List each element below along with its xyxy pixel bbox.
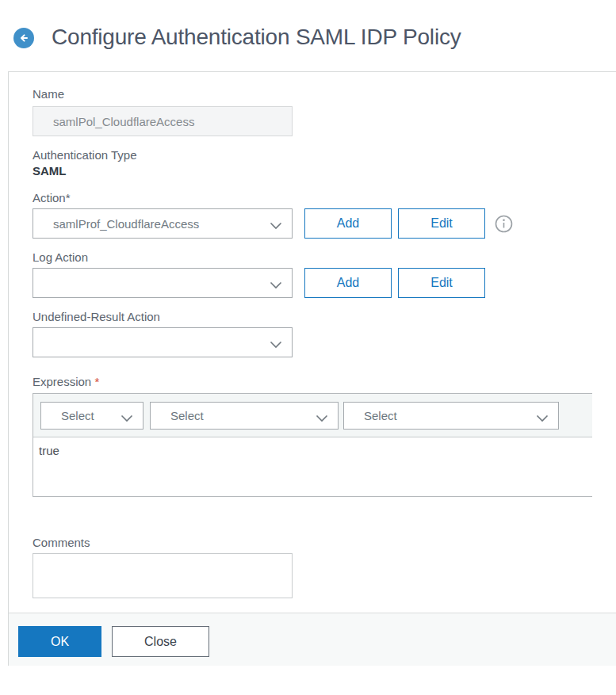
auth-type-label: Authentication Type: [33, 149, 616, 161]
arrow-left-icon: [17, 32, 30, 44]
expression-select-2[interactable]: Select: [150, 402, 339, 430]
comments-label: Comments: [33, 537, 616, 548]
expression-select-1-value: Select: [61, 409, 94, 422]
action-dropdown[interactable]: samlProf_CloudflareAccess: [33, 208, 293, 239]
comments-input[interactable]: [33, 553, 293, 598]
action-add-button[interactable]: Add: [304, 208, 392, 239]
chevron-down-icon: [270, 279, 282, 288]
page-title: Configure Authentication SAML IDP Policy: [52, 25, 461, 50]
undefined-action-dropdown[interactable]: [33, 327, 293, 357]
form-footer: OK Close: [9, 613, 616, 666]
expression-editor: Select Select Sele: [33, 393, 592, 497]
expression-label-text: Expression: [33, 375, 91, 388]
log-action-dropdown[interactable]: [33, 268, 293, 298]
expression-label: Expression *: [33, 376, 616, 388]
chevron-down-icon: [536, 412, 549, 421]
expression-select-3[interactable]: Select: [343, 402, 559, 430]
log-action-add-button[interactable]: Add: [304, 268, 392, 298]
close-button[interactable]: Close: [112, 626, 209, 657]
form-body: Name Authentication Type SAML Action* sa…: [9, 72, 616, 613]
chevron-down-icon: [270, 220, 282, 228]
log-action-edit-button[interactable]: Edit: [398, 268, 485, 298]
page-header: Configure Authentication SAML IDP Policy: [0, 0, 616, 71]
back-button[interactable]: [13, 28, 34, 48]
expression-select-1[interactable]: Select: [40, 402, 143, 430]
chevron-down-icon: [316, 412, 328, 421]
name-label: Name: [33, 88, 616, 100]
required-asterisk: *: [94, 375, 99, 388]
chevron-down-icon: [121, 412, 133, 421]
expression-toolbar: Select Select Sele: [33, 394, 592, 437]
action-dropdown-value: samlProf_CloudflareAccess: [53, 217, 199, 231]
expression-input[interactable]: true: [33, 437, 592, 496]
action-label: Action*: [33, 192, 616, 204]
log-action-label: Log Action: [33, 251, 616, 263]
auth-type-value: SAML: [33, 165, 616, 177]
action-edit-button[interactable]: Edit: [398, 208, 485, 239]
ok-button[interactable]: OK: [18, 626, 101, 657]
expression-select-2-value: Select: [170, 409, 204, 422]
info-icon[interactable]: [495, 215, 513, 233]
chevron-down-icon: [270, 338, 282, 347]
configure-form-panel: Name Authentication Type SAML Action* sa…: [8, 71, 616, 666]
expression-select-3-value: Select: [364, 409, 397, 422]
name-input: [33, 106, 293, 136]
undefined-action-label: Undefined-Result Action: [33, 311, 616, 323]
